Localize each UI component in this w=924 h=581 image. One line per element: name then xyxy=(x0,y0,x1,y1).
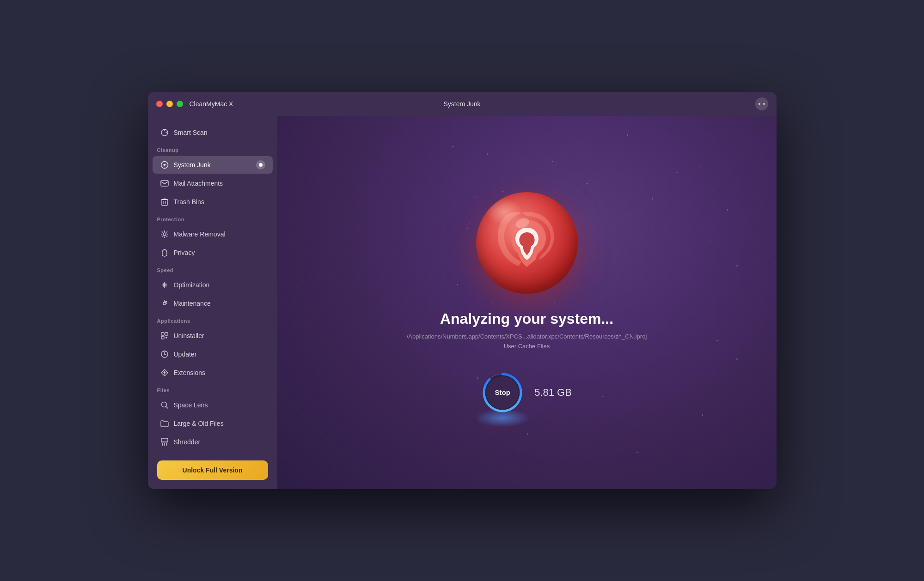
svg-point-1 xyxy=(763,103,765,105)
particle-dot xyxy=(725,138,726,139)
particle-dot xyxy=(719,161,721,163)
svg-rect-7 xyxy=(162,200,167,206)
svg-point-0 xyxy=(759,103,760,105)
particle-dot xyxy=(655,324,657,325)
particle-dot xyxy=(600,297,601,299)
stop-button[interactable]: Stop xyxy=(486,376,519,409)
particle-dot xyxy=(467,228,468,229)
particle-dot xyxy=(457,284,458,285)
traffic-lights xyxy=(156,101,183,107)
content-area: Smart Scan Cleanup System Junk xyxy=(148,116,777,489)
app-window: CleanMyMac X System Junk xyxy=(148,92,777,489)
particle-dot xyxy=(661,161,662,162)
minimize-button[interactable] xyxy=(166,101,173,107)
uninstaller-label: Uninstaller xyxy=(174,332,204,339)
particle-dot xyxy=(629,304,631,306)
privacy-icon xyxy=(160,248,169,257)
files-section-label: Files xyxy=(148,382,277,396)
sidebar-item-extensions[interactable]: Extensions xyxy=(153,364,273,381)
mail-icon xyxy=(160,179,169,188)
maintenance-icon xyxy=(160,299,169,308)
speed-section-label: Speed xyxy=(148,262,277,276)
sidebar-item-malware-removal[interactable]: Malware Removal xyxy=(153,225,273,243)
updater-label: Updater xyxy=(174,351,197,358)
svg-line-19 xyxy=(166,231,167,233)
bottom-controls: Stop 5.81 GB xyxy=(482,372,572,413)
system-junk-label: System Junk xyxy=(174,161,211,169)
particle-dot xyxy=(612,218,613,219)
sidebar-item-updater[interactable]: Updater xyxy=(153,345,273,363)
more-options-button[interactable] xyxy=(755,97,768,110)
dots-icon xyxy=(758,103,765,105)
trash-bins-label: Trash Bins xyxy=(174,198,204,206)
svg-line-18 xyxy=(166,236,167,237)
particle-dot xyxy=(527,433,528,435)
titlebar: CleanMyMac X System Junk xyxy=(148,92,777,116)
particle-dot xyxy=(702,414,703,416)
particle-dot xyxy=(709,241,711,242)
app-logo xyxy=(476,192,578,294)
svg-rect-28 xyxy=(161,333,164,335)
extensions-label: Extensions xyxy=(174,369,205,376)
particle-dot xyxy=(736,265,738,266)
window-title: System Junk xyxy=(443,100,480,108)
analyzing-text: Analyzing your system... xyxy=(440,310,613,327)
particle-dot xyxy=(692,426,692,427)
sidebar: Smart Scan Cleanup System Junk xyxy=(148,116,277,489)
privacy-label: Privacy xyxy=(174,249,195,256)
particle-dot xyxy=(652,198,653,200)
maximize-button[interactable] xyxy=(177,101,183,107)
background-dots xyxy=(277,116,777,489)
sidebar-item-system-junk[interactable]: System Junk xyxy=(153,156,273,174)
logo-svg xyxy=(495,207,559,278)
maintenance-label: Maintenance xyxy=(174,300,211,307)
mail-attachments-label: Mail Attachments xyxy=(174,180,223,187)
sidebar-item-smart-scan[interactable]: Smart Scan xyxy=(153,124,273,141)
particle-dot xyxy=(736,358,738,360)
particle-dot xyxy=(636,452,638,453)
particle-dot xyxy=(697,212,698,213)
svg-rect-38 xyxy=(161,438,168,442)
particle-dot xyxy=(554,302,556,304)
sidebar-item-space-lens[interactable]: Space Lens xyxy=(153,396,273,414)
particle-dot xyxy=(602,396,603,397)
svg-line-20 xyxy=(162,236,163,237)
app-title: CleanMyMac X xyxy=(190,100,233,108)
particle-dot xyxy=(627,134,628,136)
sidebar-item-large-old-files[interactable]: Large & Old Files xyxy=(153,415,273,432)
main-content: Analyzing your system... /Applications/N… xyxy=(277,116,777,489)
applications-section-label: Applications xyxy=(148,313,277,327)
particle-dot xyxy=(727,209,728,211)
svg-rect-29 xyxy=(165,333,168,335)
svg-line-42 xyxy=(166,443,167,446)
space-lens-label: Space Lens xyxy=(174,401,208,409)
close-button[interactable] xyxy=(156,101,163,107)
sidebar-item-mail-attachments[interactable]: Mail Attachments xyxy=(153,175,273,192)
updater-icon xyxy=(160,350,169,359)
particle-dot xyxy=(563,185,564,186)
particle-dot xyxy=(477,377,478,379)
optimization-label: Optimization xyxy=(174,281,210,289)
sidebar-item-shredder[interactable]: Shredder xyxy=(153,433,273,451)
sidebar-item-optimization[interactable]: Optimization xyxy=(153,276,273,294)
particle-dot xyxy=(672,245,672,246)
particle-dot xyxy=(487,153,488,155)
smart-scan-label: Smart Scan xyxy=(174,129,208,136)
system-junk-badge xyxy=(256,160,265,169)
extensions-icon xyxy=(160,368,169,377)
particle-dot xyxy=(716,340,718,341)
sidebar-item-trash-bins[interactable]: Trash Bins xyxy=(153,193,273,211)
sidebar-item-privacy[interactable]: Privacy xyxy=(153,244,273,261)
unlock-full-version-button[interactable]: Unlock Full Version xyxy=(157,460,268,480)
particle-dot xyxy=(631,214,632,215)
particle-dot xyxy=(676,277,677,278)
malware-removal-label: Malware Removal xyxy=(174,230,226,238)
sidebar-item-uninstaller[interactable]: Uninstaller xyxy=(153,327,273,345)
uninstaller-icon xyxy=(160,331,169,340)
svg-line-17 xyxy=(162,231,163,233)
protection-section-label: Protection xyxy=(148,211,277,225)
sidebar-item-maintenance[interactable]: Maintenance xyxy=(153,295,273,312)
titlebar-actions xyxy=(755,97,768,110)
particle-dot xyxy=(492,418,494,420)
svg-line-37 xyxy=(166,406,168,408)
